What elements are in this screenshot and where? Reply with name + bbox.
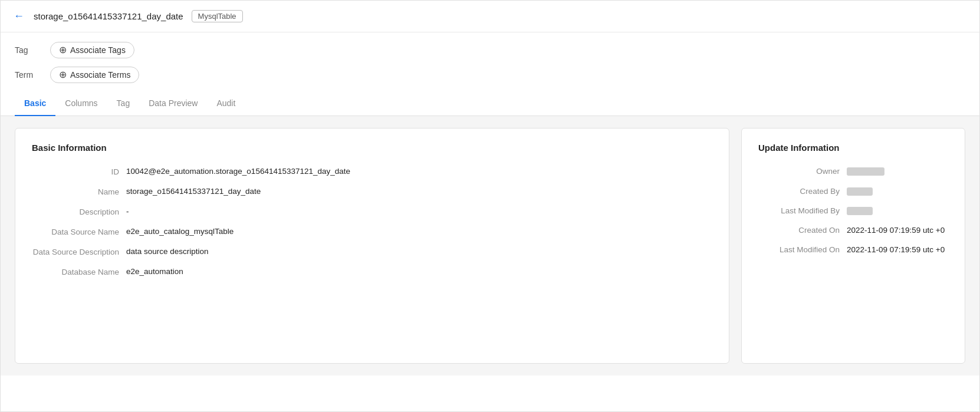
update-val-created-on: 2022-11-09 07:19:59 utc +0 (847, 226, 945, 235)
plus-circle-icon-term: ⊕ (59, 70, 67, 80)
term-row: Term ⊕ Associate Terms (15, 67, 965, 83)
info-key-description: Description (32, 207, 126, 216)
update-val-modified-on: 2022-11-09 07:19:59 utc +0 (847, 245, 945, 254)
info-key-name: Name (32, 187, 126, 196)
basic-info-card: Basic Information ID 10042@e2e_automatio… (15, 128, 729, 364)
info-row-description: Description - (32, 207, 712, 216)
plus-circle-icon: ⊕ (59, 45, 67, 55)
update-key-created-on: Created On (758, 226, 847, 235)
info-row-id: ID 10042@e2e_automation.storage_o1564141… (32, 167, 712, 176)
info-row-name: Name storage_o15641415337121_day_date (32, 187, 712, 196)
update-info-card: Update Information Owner Created By Last… (741, 128, 965, 364)
info-row-datasource-desc: Data Source Description data source desc… (32, 247, 712, 256)
type-badge: MysqlTable (192, 10, 243, 22)
tab-columns[interactable]: Columns (55, 91, 107, 116)
associate-terms-label: Associate Terms (70, 70, 130, 80)
associate-tags-button[interactable]: ⊕ Associate Tags (50, 42, 134, 58)
info-key-database-name: Database Name (32, 267, 126, 276)
update-val-owner (847, 167, 884, 176)
update-key-modified-on: Last Modified On (758, 245, 847, 254)
update-val-created-by (847, 186, 873, 195)
update-row-created-on: Created On 2022-11-09 07:19:59 utc +0 (758, 226, 948, 235)
info-val-id: 10042@e2e_automation.storage_o1564141533… (126, 167, 712, 176)
update-row-owner: Owner (758, 167, 948, 176)
basic-info-table: ID 10042@e2e_automation.storage_o1564141… (32, 167, 712, 276)
info-key-datasource-desc: Data Source Description (32, 247, 126, 256)
update-key-created-by: Created By (758, 187, 847, 196)
back-button[interactable]: ← (12, 9, 25, 24)
associate-tags-label: Associate Tags (70, 45, 126, 55)
info-key-id: ID (32, 167, 126, 176)
basic-info-title: Basic Information (32, 143, 712, 153)
tab-tag[interactable]: Tag (107, 91, 140, 116)
update-row-created-by: Created By (758, 186, 948, 195)
info-row-datasource-name: Data Source Name e2e_auto_catalog_mysqlT… (32, 227, 712, 236)
back-icon: ← (14, 10, 24, 22)
tab-basic[interactable]: Basic (15, 91, 55, 116)
tab-audit[interactable]: Audit (207, 91, 245, 116)
meta-section: Tag ⊕ Associate Tags Term ⊕ Associate Te… (1, 32, 979, 83)
info-val-description: - (126, 207, 712, 216)
info-val-database-name: e2e_automation (126, 267, 712, 276)
header: ← storage_o15641415337121_day_date Mysql… (1, 1, 979, 32)
associate-terms-button[interactable]: ⊕ Associate Terms (50, 67, 139, 83)
tag-label: Tag (15, 45, 41, 55)
info-key-datasource-name: Data Source Name (32, 227, 126, 236)
tabs-bar: Basic Columns Tag Data Preview Audit (1, 91, 979, 116)
update-key-modified-by: Last Modified By (758, 206, 847, 215)
update-key-owner: Owner (758, 167, 847, 176)
update-row-modified-on: Last Modified On 2022-11-09 07:19:59 utc… (758, 245, 948, 254)
info-val-datasource-desc: data source description (126, 247, 712, 256)
update-row-modified-by: Last Modified By (758, 206, 948, 215)
update-val-modified-by (847, 206, 873, 215)
info-row-database-name: Database Name e2e_automation (32, 267, 712, 276)
created-by-blurred (847, 187, 873, 196)
update-info-title: Update Information (758, 143, 948, 153)
term-label: Term (15, 70, 41, 80)
info-val-name: storage_o15641415337121_day_date (126, 187, 712, 196)
page-title: storage_o15641415337121_day_date (34, 11, 183, 21)
modified-by-blurred (847, 207, 873, 215)
content-area: Basic Information ID 10042@e2e_automatio… (1, 116, 979, 375)
tab-data-preview[interactable]: Data Preview (139, 91, 207, 116)
tag-row: Tag ⊕ Associate Tags (15, 42, 965, 58)
page-wrapper: ← storage_o15641415337121_day_date Mysql… (0, 0, 980, 412)
info-val-datasource-name: e2e_auto_catalog_mysqlTable (126, 227, 712, 236)
owner-blurred (847, 167, 884, 176)
